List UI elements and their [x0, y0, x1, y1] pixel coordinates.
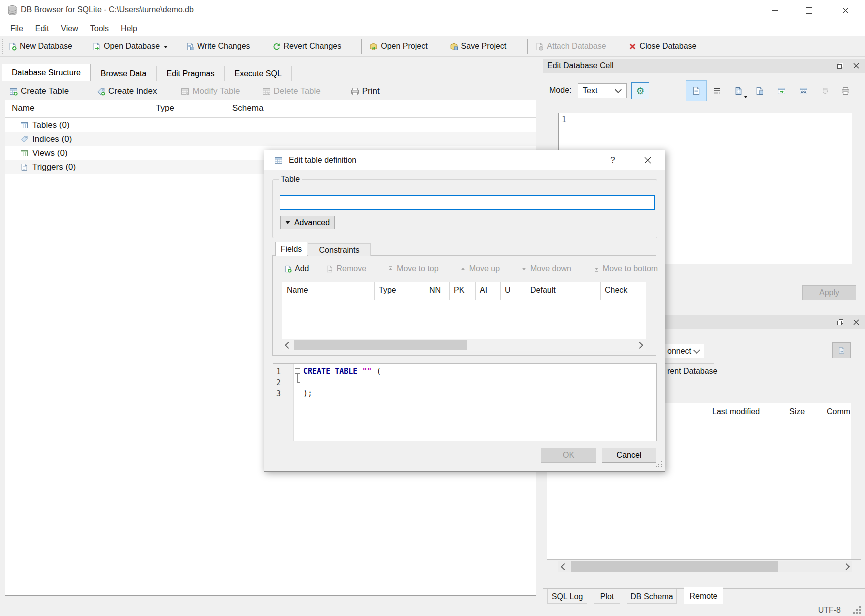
copy-link-button[interactable] — [794, 82, 812, 100]
table-name-input[interactable] — [280, 196, 655, 210]
col-ai[interactable]: AI — [476, 282, 501, 300]
menu-edit[interactable]: Edit — [29, 24, 55, 34]
close-window-button[interactable] — [834, 2, 857, 18]
advanced-button[interactable]: Advanced — [280, 216, 335, 230]
ok-button[interactable]: OK — [541, 448, 596, 463]
revert-changes-button[interactable]: Revert Changes — [272, 42, 342, 51]
vertical-scrollbar[interactable] — [851, 404, 861, 560]
create-table-button[interactable]: Create Table — [9, 86, 69, 96]
export-data-button[interactable] — [750, 82, 768, 100]
open-in-external-button[interactable] — [772, 82, 790, 100]
tab-constraints[interactable]: Constraints — [308, 244, 371, 256]
col-default[interactable]: Default — [526, 282, 601, 300]
clone-database-button[interactable] — [832, 342, 851, 358]
create-index-button[interactable]: Create Index — [97, 86, 157, 96]
column-divider[interactable] — [784, 406, 784, 418]
apply-button[interactable]: Apply — [802, 286, 856, 300]
dialog-close-button[interactable] — [639, 153, 656, 168]
create-index-label: Create Index — [108, 86, 157, 96]
close-panel-button[interactable] — [850, 317, 863, 328]
close-panel-button[interactable] — [850, 60, 863, 72]
move-down-button[interactable]: Move down — [521, 264, 571, 274]
save-project-button[interactable]: Save Project — [450, 42, 507, 51]
set-null-button[interactable] — [816, 82, 834, 100]
float-panel-button[interactable] — [834, 317, 847, 328]
scroll-left-arrow[interactable] — [282, 340, 294, 351]
status-bar: UTF-8 — [0, 605, 865, 616]
column-divider[interactable] — [154, 104, 154, 114]
print-cell-button[interactable] — [836, 82, 854, 100]
main-tab-bar: Database Structure Browse Data Edit Prag… — [2, 64, 292, 82]
scrollbar-thumb[interactable] — [294, 340, 467, 350]
col-u[interactable]: U — [501, 282, 526, 300]
scroll-right-arrow[interactable] — [634, 340, 646, 351]
import-data-button[interactable] — [729, 82, 747, 100]
tree-item-indices[interactable]: Indices (0) — [5, 132, 536, 146]
print-button[interactable]: Print — [351, 86, 380, 96]
col-last-modified[interactable]: Last modified — [712, 408, 760, 416]
col-check[interactable]: Check — [601, 282, 646, 300]
export-icon — [755, 87, 764, 96]
window-resize-grip[interactable] — [859, 606, 861, 608]
col-name[interactable]: Name — [282, 282, 375, 300]
write-changes-button[interactable]: Write Changes — [186, 42, 250, 51]
open-project-button[interactable]: Open Project — [369, 42, 427, 51]
fold-marker-icon[interactable] — [295, 368, 300, 374]
mode-select[interactable]: Text — [578, 84, 627, 98]
menu-view[interactable]: View — [55, 24, 84, 34]
menu-file[interactable]: File — [4, 24, 29, 34]
dialog-resize-grip[interactable] — [661, 462, 662, 463]
col-size[interactable]: Size — [789, 408, 805, 416]
new-database-button[interactable]: New Database — [8, 42, 72, 51]
tab-fields[interactable]: Fields — [275, 242, 307, 256]
open-database-dropdown-arrow[interactable] — [164, 46, 168, 50]
text-mode-button[interactable] — [686, 80, 707, 102]
scroll-right-arrow[interactable] — [840, 561, 852, 572]
scroll-left-arrow[interactable] — [558, 561, 570, 572]
cancel-button[interactable]: Cancel — [602, 448, 656, 463]
remote-h-scrollbar[interactable] — [558, 561, 852, 572]
tab-remote[interactable]: Remote — [684, 587, 723, 604]
tree-col-name[interactable]: Name — [12, 104, 34, 114]
fields-h-scrollbar[interactable] — [282, 339, 646, 351]
tab-edit-pragmas[interactable]: Edit Pragmas — [156, 66, 224, 82]
open-database-button[interactable]: Open Database — [92, 42, 160, 51]
add-field-button[interactable]: Add — [284, 264, 309, 274]
tab-db-schema[interactable]: DB Schema — [627, 589, 677, 604]
column-divider[interactable] — [228, 104, 228, 114]
toolbar-drag-handle[interactable] — [2, 39, 5, 54]
open-database-label: Open Database — [104, 42, 160, 51]
tab-browse-data[interactable]: Browse Data — [91, 66, 157, 82]
col-type[interactable]: Type — [375, 282, 425, 300]
attach-database-button[interactable]: Attach Database — [535, 42, 606, 51]
tree-col-schema[interactable]: Schema — [232, 104, 263, 114]
dialog-help-button[interactable]: ? — [604, 153, 621, 168]
scrollbar-thumb[interactable] — [571, 562, 778, 572]
col-pk[interactable]: PK — [450, 282, 476, 300]
tree-col-type[interactable]: Type — [156, 104, 174, 114]
close-database-button[interactable]: Close Database — [628, 42, 697, 51]
move-to-bottom-button[interactable]: Move to bottom — [593, 264, 658, 274]
col-commit[interactable]: Comm — [827, 408, 850, 416]
move-to-top-button[interactable]: Move to top — [387, 264, 439, 274]
maximize-button[interactable] — [797, 2, 820, 18]
remove-field-button[interactable]: Remove — [326, 264, 366, 274]
column-divider[interactable] — [824, 406, 824, 418]
minimize-button[interactable] — [763, 2, 786, 18]
tab-database-structure[interactable]: Database Structure — [2, 64, 91, 82]
float-panel-button[interactable] — [834, 60, 847, 72]
col-nn[interactable]: NN — [425, 282, 450, 300]
tab-execute-sql[interactable]: Execute SQL — [225, 66, 292, 82]
encoding-indicator[interactable]: UTF-8 — [818, 606, 841, 615]
menu-tools[interactable]: Tools — [84, 24, 115, 34]
move-up-button[interactable]: Move up — [460, 264, 500, 274]
tab-plot[interactable]: Plot — [594, 589, 620, 604]
word-wrap-button[interactable] — [708, 82, 726, 100]
modify-table-button[interactable]: Modify Table — [181, 86, 240, 96]
delete-table-button[interactable]: Delete Table — [262, 86, 321, 96]
tree-item-tables[interactable]: Tables (0) — [5, 118, 536, 132]
auto-apply-toggle[interactable]: ⚙ — [631, 82, 649, 100]
menu-help[interactable]: Help — [115, 24, 143, 34]
column-divider[interactable] — [708, 406, 708, 418]
tab-sql-log[interactable]: SQL Log — [547, 589, 587, 604]
